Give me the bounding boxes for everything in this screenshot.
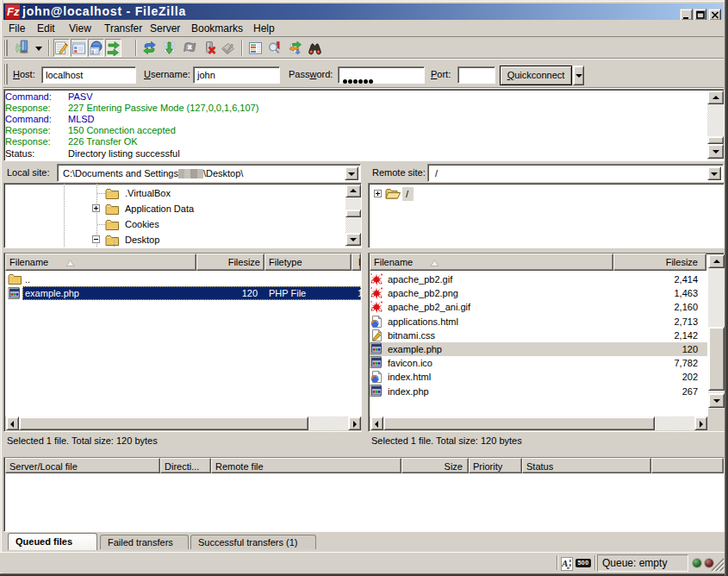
svg-text:Fz: Fz [7,5,20,18]
svg-text:A: A [562,558,568,568]
